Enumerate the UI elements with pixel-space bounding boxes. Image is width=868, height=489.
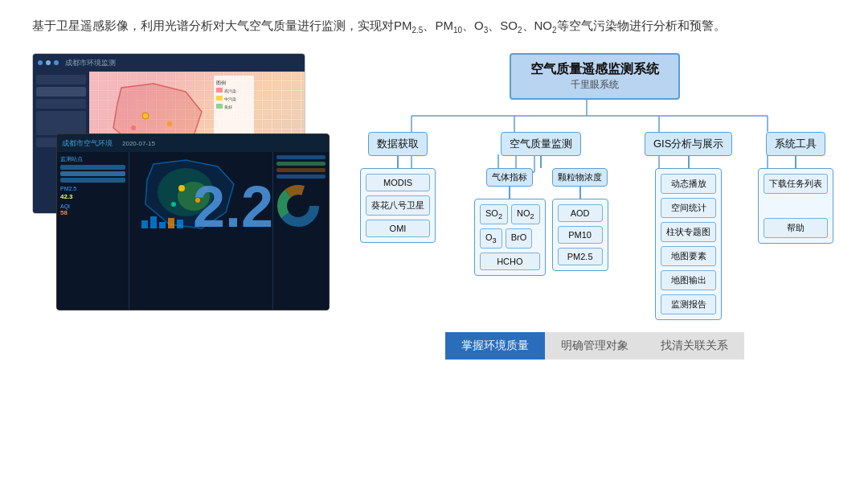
aod-node: AOD [558,204,603,222]
tab-env-quality[interactable]: 掌握环境质量 [445,332,545,360]
spatial-stats: 空间统计 [661,198,716,218]
gas-label: 气体指标 [486,168,533,187]
main-content: 成都市环境监测 [32,53,836,360]
svg-rect-7 [216,88,223,92]
particle-label: 颗粒物浓度 [552,168,608,187]
tab-management[interactable]: 明确管理对象 [545,332,645,360]
svg-rect-9 [216,96,223,101]
top-node-title: 空气质量遥感监测系统 [530,61,659,78]
gis-box: 动态播放 空间统计 柱状专题图 地图要素 地图输出 监测报告 [655,168,722,320]
so2-node: SO2 [480,204,508,224]
svg-point-16 [178,185,185,191]
diagram-area: 空气质量遥感监测系统 千里眼系统 [354,53,836,360]
svg-point-3 [167,121,172,126]
bottom-tabs: 掌握环境质量 明确管理对象 找清关联关系 [445,332,744,360]
particle-box: AOD PM10 PM2.5 [552,199,608,271]
tools-box: 下载任务列表 帮助 [758,168,833,244]
map-output: 地图输出 [661,270,716,290]
no2-node: NO2 [511,204,540,224]
svg-point-4 [131,125,136,130]
svg-text:高污染: 高污染 [224,88,236,93]
download-tasks: 下载任务列表 [764,174,828,194]
o3-node: O3 [480,228,502,249]
l2-data-acquire: 数据获取 [368,132,428,156]
col-system-tools: 系统工具 下载任务列表 帮助 [755,132,836,320]
help-node: 帮助 [764,218,828,238]
monitor-report: 监测报告 [661,294,716,314]
col-air-quality: 空气质量监测 气体指标 SO2 [461,132,621,320]
svg-rect-22 [159,222,166,228]
pm10-node: PM10 [558,226,603,244]
page-container: 基于卫星遥感影像，利用光谱分析对大气空气质量进行监测，实现对PM2.5、PM10… [0,0,868,489]
svg-point-18 [171,202,176,207]
modis-node: MODIS [366,174,430,191]
tab-relations[interactable]: 找清关联关系 [645,332,744,360]
svg-rect-21 [150,216,157,228]
svg-rect-23 [168,218,174,228]
kuihua-node: 葵花八号卫星 [366,195,430,216]
svg-rect-24 [177,220,183,228]
map-elements: 地图要素 [661,246,716,266]
number-badge: 2.2 [193,174,273,240]
data-acquire-box: MODIS 葵花八号卫星 OMI [360,168,436,243]
col-gis: GIS分析与展示 动态播放 空间统计 柱状专题图 地图要素 地图输出 监测报告 [641,132,737,320]
hcho-node: HCHO [480,253,540,270]
l2-system-tools: 系统工具 [766,132,825,156]
org-chart: 空气质量遥感监测系统 千里眼系统 [354,53,836,360]
top-node-subtitle: 千里眼系统 [530,78,659,92]
screenshots-area: 成都市环境监测 [32,53,338,359]
l2-gis: GIS分析与展示 [645,132,732,156]
svg-point-2 [142,113,149,119]
top-node: 空气质量遥感监测系统 千里眼系统 [510,53,680,100]
dynamic-play: 动态播放 [661,174,716,194]
description-text: 基于卫星遥感影像，利用光谱分析对大气空气质量进行监测，实现对PM2.5、PM10… [32,16,836,37]
bar-thematic: 柱状专题图 [661,222,716,242]
l2-air-quality: 空气质量监测 [501,132,581,156]
gas-box: SO2 NO2 O3 BrO HCHO [474,199,546,276]
omi-node: OMI [366,220,430,237]
pm25-node: PM2.5 [558,248,603,265]
col-data-acquire: 数据获取 MODIS 葵花八号卫星 OMI [354,132,442,320]
svg-text:良好: 良好 [224,105,232,109]
svg-text:图例: 图例 [216,80,226,85]
svg-text:中污染: 中污染 [224,97,236,101]
svg-rect-11 [216,104,223,109]
bro-node: BrO [506,228,533,249]
svg-rect-20 [141,220,148,228]
